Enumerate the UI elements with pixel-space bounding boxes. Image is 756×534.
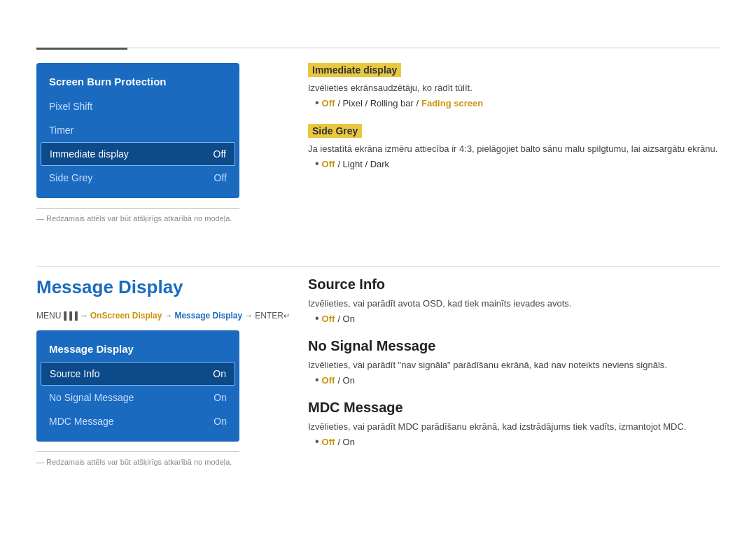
menu-item-value: Off: [214, 172, 227, 183]
option-fading: Fading screen: [421, 98, 483, 108]
top-divider-accent: [36, 48, 127, 50]
menu-item-value: On: [213, 368, 226, 379]
enter-icon: ↵: [284, 311, 290, 321]
mdc-message-section: MDC Message Izvēlieties, vai parādīt MDC…: [308, 400, 720, 447]
breadcrumb-menu: MENU: [36, 311, 61, 321]
source-info-section: Source Info Izvēlieties, vai parādīt avo…: [308, 276, 720, 324]
option-rest: / Light / Dark: [337, 159, 389, 169]
menu-item-label: Pixel Shift: [49, 101, 92, 112]
source-info-options: • Off / On: [315, 313, 720, 324]
menu-item-label: MDC Message: [49, 416, 114, 427]
side-grey-desc: Ja iestatītā ekrāna izmēru attiecība ir …: [308, 143, 720, 154]
no-signal-options: • Off / On: [315, 374, 720, 386]
menu-item-mdc-message[interactable]: MDC Message On: [36, 409, 239, 433]
menu-item-no-signal[interactable]: No Signal Message On: [36, 386, 239, 409]
menu-item-label: No Signal Message: [49, 392, 134, 403]
message-display-menu-box: Message Display Source Info On No Signal…: [36, 330, 239, 442]
option-on: / On: [337, 437, 355, 447]
source-info-title: Source Info: [308, 276, 720, 293]
menu-item-pixel-shift[interactable]: Pixel Shift: [36, 94, 239, 118]
breadcrumb-arrow: →: [244, 311, 253, 321]
option-rest: / Pixel / Rolling bar /: [337, 98, 419, 108]
footnote-text: ― Redzamais attēls var būt atšķirīgs atk…: [36, 214, 232, 223]
bullet-icon: •: [315, 158, 319, 169]
menu-item-label: Side Grey: [49, 172, 92, 183]
menu-item-label: Immediate display: [50, 148, 129, 160]
breadcrumb: MENU ▐▐▐ → OnScreen Display → Message Di…: [36, 311, 302, 321]
top-divider: [36, 48, 720, 48]
message-display-descriptions: Source Info Izvēlieties, vai parādīt avo…: [308, 276, 720, 447]
no-signal-desc: Izvēlieties, vai parādīt "nav signāla" p…: [308, 360, 720, 370]
mdc-message-options: • Off / On: [315, 436, 720, 447]
option-on: / On: [337, 314, 355, 324]
menu-item-immediate-display[interactable]: Immediate display Off: [41, 142, 235, 166]
no-signal-section: No Signal Message Izvēlieties, vai parād…: [308, 338, 720, 386]
option-off: Off: [322, 98, 335, 108]
screen-burn-menu-box: Screen Burn Protection Pixel Shift Timer…: [36, 63, 239, 198]
menu-item-label: Source Info: [50, 368, 100, 379]
menu-item-source-info[interactable]: Source Info On: [41, 362, 235, 386]
mid-divider: [36, 266, 720, 267]
bullet-icon: •: [315, 97, 319, 108]
message-display-heading: Message Display: [36, 276, 302, 298]
side-grey-label: Side Grey: [308, 124, 362, 138]
breadcrumb-onscreen: OnScreen Display: [90, 311, 162, 321]
menu-item-side-grey[interactable]: Side Grey Off: [36, 166, 239, 190]
menu-item-value: On: [214, 416, 227, 427]
option-off: Off: [322, 159, 335, 169]
mdc-message-title: MDC Message: [308, 400, 720, 416]
option-on: / On: [337, 375, 355, 386]
breadcrumb-arrow: →: [164, 311, 172, 321]
no-signal-title: No Signal Message: [308, 338, 720, 354]
immediate-display-section: Immediate display Izvēlieties ekrānsaudz…: [308, 63, 720, 108]
menu-item-value: On: [214, 392, 227, 403]
breadcrumb-arrow: →: [80, 311, 88, 321]
menu-item-label: Timer: [49, 125, 74, 136]
bullet-icon: •: [315, 374, 319, 386]
breadcrumb-message-display: Message Display: [174, 311, 242, 321]
screen-burn-footnote: ― Redzamais attēls var būt atšķirīgs atk…: [36, 208, 239, 223]
immediate-display-label: Immediate display: [308, 63, 401, 77]
breadcrumb-enter: ENTER: [255, 311, 284, 321]
menu-icon: ▐▐▐: [61, 311, 77, 320]
bullet-icon: •: [315, 313, 319, 324]
message-display-panel: Message Display MENU ▐▐▐ → OnScreen Disp…: [36, 276, 302, 466]
mdc-message-desc: Izvēlieties, vai parādīt MDC parādīšanu …: [308, 421, 720, 432]
side-grey-options: • Off / Light / Dark: [315, 158, 720, 169]
bullet-icon: •: [315, 436, 319, 447]
message-display-footnote: ― Redzamais attēls var būt atšķirīgs atk…: [36, 451, 239, 466]
option-off: Off: [322, 375, 335, 386]
immediate-display-options: • Off / Pixel / Rolling bar / Fading scr…: [315, 97, 720, 108]
option-off: Off: [322, 314, 335, 324]
footnote-text: ― Redzamais attēls var būt atšķirīgs atk…: [36, 458, 232, 466]
option-off: Off: [322, 437, 335, 447]
menu-item-value: Off: [214, 148, 226, 160]
menu-item-timer[interactable]: Timer: [36, 118, 239, 142]
source-info-desc: Izvēlieties, vai parādīt avota OSD, kad …: [308, 298, 720, 309]
screen-burn-title: Screen Burn Protection: [36, 71, 239, 94]
side-grey-section: Side Grey Ja iestatītā ekrāna izmēru att…: [308, 124, 720, 169]
message-display-menu-title: Message Display: [36, 339, 239, 362]
screen-burn-panel: Screen Burn Protection Pixel Shift Timer…: [36, 63, 239, 223]
right-description-panel: Immediate display Izvēlieties ekrānsaudz…: [308, 63, 720, 169]
immediate-display-desc: Izvēlieties ekrānsaudzētāju, ko rādīt tū…: [308, 83, 720, 93]
